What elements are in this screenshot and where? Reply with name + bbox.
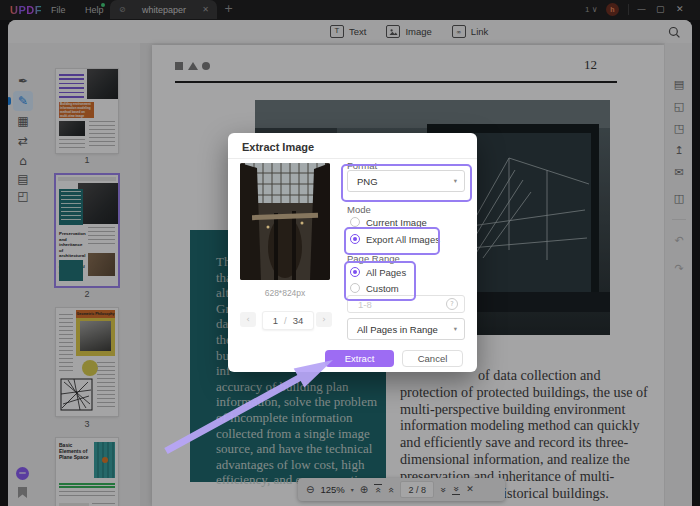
updf-app-window: { "titlebar": { "logo": "UPDF", "menu_fi… xyxy=(0,0,700,506)
help-icon: ? xyxy=(446,298,458,310)
radio-current-image[interactable]: Current Image xyxy=(350,216,427,228)
page-range-label: Page Range xyxy=(347,253,400,264)
page-range-input-wrap: ? xyxy=(347,295,465,313)
extract-image-dialog: Extract Image 628*824px ‹ 1 / xyxy=(228,133,477,372)
dialog-title: Extract Image xyxy=(242,141,314,153)
format-value: PNG xyxy=(357,176,454,187)
pages-in-range-select[interactable]: All Pages in Range ▾ xyxy=(347,318,465,340)
radio-custom[interactable]: Custom xyxy=(350,282,399,294)
preview-page-current: 1 xyxy=(273,315,278,326)
image-preview xyxy=(240,163,330,280)
mode-label: Mode xyxy=(347,204,371,215)
preview-next-button[interactable]: › xyxy=(316,312,332,327)
preview-page-separator: / xyxy=(284,315,287,326)
radio-circle-selected xyxy=(350,267,360,277)
chevron-down-icon: ▾ xyxy=(454,326,457,333)
cancel-button[interactable]: Cancel xyxy=(402,350,463,367)
image-dimensions-label: 628*824px xyxy=(240,288,330,298)
page-range-input[interactable] xyxy=(356,298,446,311)
format-select[interactable]: PNG ▾ xyxy=(347,170,465,192)
dialog-divider xyxy=(228,158,477,159)
radio-circle-selected xyxy=(350,234,360,244)
radio-all-pages[interactable]: All Pages xyxy=(350,266,406,278)
radio-circle xyxy=(350,217,360,227)
chevron-down-icon: ▾ xyxy=(454,178,457,185)
preview-page-total: 34 xyxy=(293,315,304,326)
preview-prev-button[interactable]: ‹ xyxy=(240,312,256,327)
preview-page-field[interactable]: 1 / 34 xyxy=(262,311,314,330)
radio-circle xyxy=(350,283,360,293)
extract-button[interactable]: Extract xyxy=(325,350,394,367)
radio-export-all-images[interactable]: Export All Images xyxy=(350,233,440,245)
pages-in-range-value: All Pages in Range xyxy=(357,324,454,335)
